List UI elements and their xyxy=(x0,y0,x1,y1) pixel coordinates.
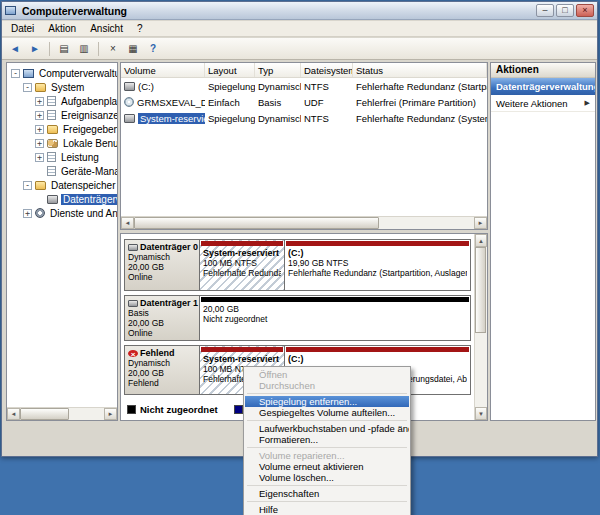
menu-item-spiegelung-entfernen[interactable]: Spiegelung entfernen... xyxy=(245,396,409,407)
expand-icon[interactable]: + xyxy=(35,97,44,106)
toolbar-separator xyxy=(98,42,99,56)
users-icon xyxy=(47,139,58,148)
volume-layout: Spiegelung xyxy=(205,81,255,92)
scroll-right-icon[interactable]: ► xyxy=(104,408,117,420)
disk-header-0[interactable]: Datenträger 0 Dynamisch 20,00 GB Online xyxy=(124,239,200,291)
tree-item-aufgabenplanung[interactable]: + Aufgabenplanung xyxy=(9,94,117,108)
volume-name-selected: System-reserviert xyxy=(138,113,205,124)
disk-vertical-scrollbar[interactable]: ▲ ▼ xyxy=(474,234,487,420)
storage-icon xyxy=(35,181,46,190)
disk-row-0: Datenträger 0 Dynamisch 20,00 GB Online … xyxy=(124,239,471,291)
column-header-typ[interactable]: Typ xyxy=(255,63,301,77)
tree-item-geraete-manager[interactable]: Geräte-Manager xyxy=(9,164,117,178)
titlebar[interactable]: Computerverwaltung – □ × xyxy=(2,2,597,20)
volume-row-c[interactable]: (C:) Spiegelung Dynamisch NTFS Fehlerhaf… xyxy=(121,78,487,94)
collapse-icon[interactable]: - xyxy=(23,83,32,92)
expand-icon[interactable]: + xyxy=(35,153,44,162)
back-icon[interactable]: ◄ xyxy=(6,40,24,57)
menu-aktion[interactable]: Aktion xyxy=(41,22,83,35)
tree-item-ereignisanzeige[interactable]: + Ereignisanzeige xyxy=(9,108,117,122)
actions-group-datentraegerverwaltung[interactable]: Datenträgerverwaltung ▲ xyxy=(491,78,595,95)
properties-icon[interactable]: ▦ xyxy=(124,40,142,57)
minimize-button[interactable]: – xyxy=(536,4,554,17)
menu-item-gespiegeltes-volume-aufteilen[interactable]: Gespiegeltes Volume aufteilen... xyxy=(245,407,409,418)
legend-unallocated: Nicht zugeordnet xyxy=(127,404,218,415)
tree-item-label: System xyxy=(49,82,86,93)
window-icon xyxy=(5,6,16,15)
menu-ansicht[interactable]: Ansicht xyxy=(83,22,130,35)
tree-item-datentraegerverwaltung[interactable]: Datenträgerverwaltung xyxy=(9,192,117,206)
context-menu: Öffnen Durchsuchen Spiegelung entfernen.… xyxy=(243,366,411,515)
expand-icon[interactable]: + xyxy=(35,125,44,134)
volume-row-dvd[interactable]: GRMSXEVAL_DE_DVD (D:) Einfach Basis UDF … xyxy=(121,94,487,110)
tree-item-label: Lokale Benutzer und Grup xyxy=(61,138,117,149)
column-header-volume[interactable]: Volume xyxy=(121,63,205,77)
menu-separator xyxy=(247,420,407,421)
scrollbar-thumb[interactable] xyxy=(134,217,379,229)
tree-item-system[interactable]: - System xyxy=(9,80,117,94)
tree-item-label: Ereignisanzeige xyxy=(59,110,117,121)
tree-item-label: Aufgabenplanung xyxy=(59,96,117,107)
volume-color-strip xyxy=(201,297,469,302)
tree-item-lokale-benutzer[interactable]: + Lokale Benutzer und Grup xyxy=(9,136,117,150)
scrollbar-thumb[interactable] xyxy=(475,247,486,333)
expand-icon[interactable]: + xyxy=(35,111,44,120)
scroll-left-icon[interactable]: ◄ xyxy=(7,408,20,420)
partition-status: Fehlerhafte Redundanz (Startpartition, A… xyxy=(288,268,467,278)
menu-item-laufwerkbuchstaben-aendern[interactable]: Laufwerkbuchstaben und -pfade ändern... xyxy=(245,423,409,434)
partition-c-disk0[interactable]: (C:) 19,90 GB NTFS Fehlerhafte Redundanz… xyxy=(285,239,471,291)
close-button[interactable]: × xyxy=(576,4,594,17)
column-header-status[interactable]: Status xyxy=(353,63,487,77)
volume-row-system-reserviert[interactable]: System-reserviert Spiegelung Dynamisch N… xyxy=(121,110,487,126)
menu-item-eigenschaften[interactable]: Eigenschaften xyxy=(245,488,409,499)
show-console-tree-icon[interactable]: ▤ xyxy=(55,40,73,57)
forward-icon[interactable]: ► xyxy=(26,40,44,57)
scroll-left-icon[interactable]: ◄ xyxy=(121,217,134,229)
disk-header-missing[interactable]: Fehlend Dynamisch 20,00 GB Fehlend xyxy=(124,345,200,395)
expand-icon[interactable]: + xyxy=(23,209,32,218)
menu-item-volume-erneut-aktivieren[interactable]: Volume erneut aktivieren xyxy=(245,461,409,472)
menu-item-formatieren[interactable]: Formatieren... xyxy=(245,434,409,445)
device-manager-icon xyxy=(47,166,56,176)
menu-datei[interactable]: Datei xyxy=(4,22,41,35)
disk-size: 20,00 GB xyxy=(128,368,196,378)
tree-item-leistung[interactable]: + Leistung xyxy=(9,150,117,164)
scrollbar-thumb[interactable] xyxy=(20,408,69,420)
maximize-button[interactable]: □ xyxy=(556,4,574,17)
menu-hilfe[interactable]: ? xyxy=(130,22,150,35)
collapse-icon[interactable]: - xyxy=(23,181,32,190)
tree-item-datenspeicher[interactable]: - Datenspeicher xyxy=(9,178,117,192)
volume-horizontal-scrollbar[interactable]: ◄ ► xyxy=(121,216,487,229)
actions-header: Aktionen xyxy=(491,63,595,78)
scroll-down-icon[interactable]: ▼ xyxy=(475,407,487,420)
tree-item-freigegebene-ordner[interactable]: + Freigegebene Ordner xyxy=(9,122,117,136)
actions-weitere-aktionen[interactable]: Weitere Aktionen ▶ xyxy=(491,95,595,112)
tree-item-dienste[interactable]: + Dienste und Anwendungen xyxy=(9,206,117,220)
disk-type: Basis xyxy=(128,308,196,318)
tree-horizontal-scrollbar[interactable]: ◄ ► xyxy=(7,407,117,420)
menu-item-hilfe[interactable]: Hilfe xyxy=(245,504,409,515)
disk-management-icon xyxy=(47,195,58,204)
partition-unallocated-disk1[interactable]: 20,00 GB Nicht zugeordnet xyxy=(200,295,471,341)
disk-header-1[interactable]: Datenträger 1 Basis 20,00 GB Online xyxy=(124,295,200,341)
partition-size: 100 MB NTFS xyxy=(203,258,281,268)
scroll-up-icon[interactable]: ▲ xyxy=(475,234,487,247)
partition-system-reserviert-disk0[interactable]: System-reserviert 100 MB NTFS Fehlerhaft… xyxy=(200,239,285,291)
menu-item-volume-loeschen[interactable]: Volume löschen... xyxy=(245,472,409,483)
volume-color-strip xyxy=(286,347,469,352)
menu-item-volume-reparieren: Volume reparieren... xyxy=(245,450,409,461)
tree-item-computerverwaltung[interactable]: - Computerverwaltung (Lokal) xyxy=(9,66,117,80)
menu-separator xyxy=(247,485,407,486)
collapse-icon[interactable]: - xyxy=(11,69,20,78)
volume-filesystem: NTFS xyxy=(301,81,353,92)
column-header-layout[interactable]: Layout xyxy=(205,63,255,77)
export-list-icon[interactable]: ▥ xyxy=(75,40,93,57)
expand-icon[interactable]: + xyxy=(35,139,44,148)
help-icon[interactable]: ? xyxy=(144,40,162,57)
disk-size: 20,00 GB xyxy=(128,262,196,272)
services-icon xyxy=(35,208,45,218)
scroll-right-icon[interactable]: ► xyxy=(474,217,487,229)
chevron-right-icon[interactable]: ▶ xyxy=(585,99,590,107)
delete-icon[interactable]: × xyxy=(104,40,122,57)
column-header-dateisystem[interactable]: Dateisystem xyxy=(301,63,353,77)
